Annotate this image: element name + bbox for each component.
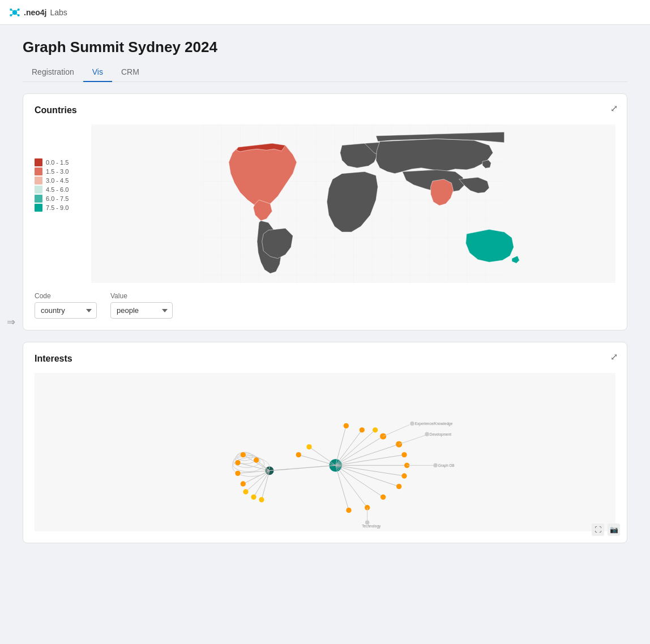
code-dropdown-group: Code country	[35, 292, 97, 319]
interests-title: Interests	[35, 354, 615, 364]
node-r3	[401, 452, 407, 457]
tabs-bar: Registration Vis CRM	[23, 63, 627, 82]
node-m1	[306, 444, 311, 449]
ext-node-2	[433, 463, 437, 467]
edge-14	[298, 455, 335, 466]
edge-l1	[243, 455, 270, 471]
edge-13	[309, 447, 336, 466]
node-l2	[235, 460, 240, 465]
node-l8	[254, 457, 259, 462]
legend-item-5: 7.5 - 9.0	[35, 204, 69, 212]
node-l6	[251, 495, 256, 500]
node-l7	[259, 497, 264, 502]
legend-label-1: 1.5 - 3.0	[46, 168, 69, 175]
code-select[interactable]: country	[35, 302, 97, 319]
legend-color-0	[35, 158, 42, 166]
edge-8	[336, 465, 367, 508]
value-label: Value	[110, 292, 173, 300]
node-r2	[396, 441, 402, 447]
legend-label-0: 0.0 - 1.5	[46, 159, 69, 166]
legend-label-2: 3.0 - 4.5	[46, 177, 69, 184]
legend-color-4	[35, 195, 42, 203]
value-select[interactable]: people	[110, 302, 173, 319]
svg-point-1	[10, 8, 12, 10]
legend-item-2: 3.0 - 4.5	[35, 177, 69, 184]
ext-label-4: Development	[430, 432, 452, 437]
main-content: Graph Summit Sydney 2024 Registration Vi…	[0, 25, 650, 568]
legend-label-4: 6.0 - 7.5	[46, 195, 69, 202]
node-l5	[243, 489, 248, 494]
camera-icon[interactable]: 📷	[608, 523, 620, 536]
edge-main-secondary	[270, 465, 336, 470]
legend-color-3	[35, 186, 42, 194]
tab-registration[interactable]: Registration	[23, 63, 83, 82]
map-legend: 0.0 - 1.5 1.5 - 3.0 3.0 - 4.5 4.5 - 6.0 …	[35, 158, 69, 212]
interests-expand-button[interactable]: ⤢	[610, 351, 618, 362]
svg-point-3	[10, 14, 12, 16]
svg-point-2	[18, 8, 20, 10]
world-map-svg	[91, 124, 615, 283]
node-m2	[296, 452, 301, 457]
ext-edge-4	[399, 435, 426, 444]
countries-card: Countries ⤢ 0.0 - 1.5 1.5 - 3.0 3.0 - 4.…	[23, 93, 627, 330]
legend-color-5	[35, 204, 42, 212]
node-r11	[360, 427, 365, 432]
edge-11	[336, 430, 362, 466]
edge-2	[336, 444, 399, 465]
node-r1	[380, 433, 386, 439]
interests-card: Interests ⤢	[23, 342, 627, 543]
legend-color-2	[35, 177, 42, 184]
node-r10	[344, 423, 349, 428]
node-r7	[380, 495, 386, 500]
node-r9	[346, 508, 351, 513]
node-l4	[241, 481, 246, 486]
edge-l7	[262, 471, 270, 500]
ext-label-2: Graph DB	[438, 463, 455, 468]
neo4j-icon	[9, 7, 20, 18]
edge-9	[336, 465, 349, 510]
ext-label-3: Technology	[362, 524, 381, 529]
legend-item-1: 1.5 - 3.0	[35, 168, 69, 175]
ext-node-4	[425, 432, 429, 436]
countries-expand-button[interactable]: ⤢	[610, 103, 618, 114]
ext-edge-1	[383, 424, 410, 436]
edge-l5	[246, 471, 270, 492]
logo-text: .neo4j	[24, 8, 46, 17]
top-nav: .neo4j Labs	[0, 0, 650, 25]
legend-item-4: 6.0 - 7.5	[35, 195, 69, 203]
legend-label-3: 4.5 - 6.0	[46, 186, 69, 193]
countries-title: Countries	[35, 105, 615, 115]
dropdowns-row: Code country Value people	[35, 292, 615, 319]
logo: .neo4j Labs	[9, 7, 67, 18]
interests-graph-svg: Experience/Knowledge Graph DB Technology…	[35, 373, 615, 531]
edge-5	[336, 465, 404, 476]
node-r6	[396, 484, 401, 489]
node-r5	[401, 473, 407, 478]
edge-1	[336, 436, 383, 465]
fullscreen-icon[interactable]: ⛶	[592, 523, 604, 536]
node-l3	[235, 471, 240, 476]
node-r12	[373, 427, 378, 432]
ext-node-1	[410, 422, 414, 426]
value-dropdown-group: Value people	[110, 292, 173, 319]
page-title: Graph Summit Sydney 2024	[23, 38, 627, 56]
legend-item-3: 4.5 - 6.0	[35, 186, 69, 194]
world-map	[91, 124, 615, 283]
legend-color-1	[35, 168, 42, 175]
node-l1	[241, 452, 246, 457]
tab-crm[interactable]: CRM	[112, 63, 148, 82]
edge-6	[336, 465, 399, 486]
svg-point-4	[18, 14, 20, 16]
logo-labs: Labs	[50, 8, 67, 17]
code-label: Code	[35, 292, 97, 300]
sidebar-toggle[interactable]: ⇒	[7, 316, 15, 328]
ext-label-1: Experience/Knowledge	[415, 422, 453, 426]
edge-10	[336, 426, 347, 465]
interests-graph: Experience/Knowledge Graph DB Technology…	[35, 373, 615, 531]
edge-7	[336, 465, 383, 497]
legend-label-5: 7.5 - 9.0	[46, 204, 69, 211]
legend-item-0: 0.0 - 1.5	[35, 158, 69, 166]
tab-vis[interactable]: Vis	[83, 63, 112, 82]
graph-bottom-icons: ⛶ 📷	[592, 523, 620, 536]
